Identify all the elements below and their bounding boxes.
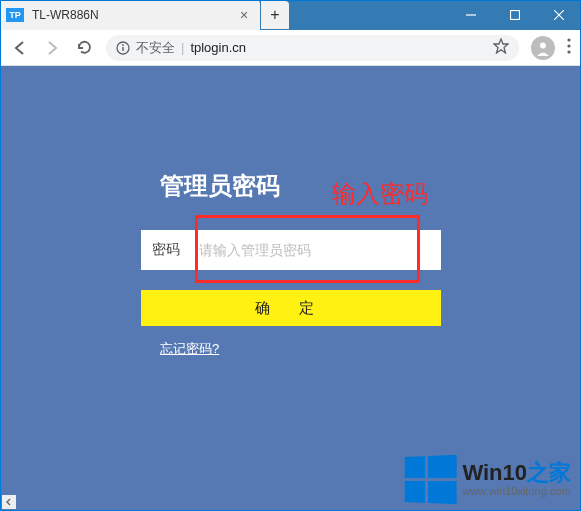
- svg-rect-1: [511, 11, 520, 20]
- maximize-icon: [510, 10, 520, 20]
- login-title: 管理员密码: [160, 170, 280, 202]
- browser-tab[interactable]: TP TL-WR886N ×: [0, 0, 260, 30]
- close-tab-icon[interactable]: ×: [236, 7, 252, 23]
- password-label: 密码: [141, 241, 191, 259]
- insecure-label: 不安全: [136, 39, 175, 57]
- new-tab-button[interactable]: +: [261, 1, 289, 29]
- window-controls: [449, 0, 581, 30]
- address-bar: 不安全 | tplogin.cn: [0, 30, 581, 66]
- password-row: 密码: [141, 230, 441, 270]
- windows-logo-icon: [405, 455, 457, 504]
- watermark: Win10之家 www.win10xitong.com: [399, 454, 575, 505]
- star-icon: [493, 38, 509, 54]
- svg-point-8: [567, 38, 570, 41]
- chevron-left-icon: [5, 498, 13, 506]
- kebab-icon: [567, 38, 571, 54]
- arrow-right-icon: [43, 39, 61, 57]
- svg-point-6: [122, 44, 124, 46]
- forgot-password-link[interactable]: 忘记密码?: [160, 340, 219, 358]
- tab-title: TL-WR886N: [32, 8, 236, 22]
- favicon-icon: TP: [6, 8, 24, 22]
- close-icon: [554, 10, 564, 20]
- watermark-brand: Win10之家: [462, 462, 571, 484]
- scroll-left-button[interactable]: [2, 495, 16, 509]
- watermark-url: www.win10xitong.com: [462, 486, 571, 497]
- login-form: 管理员密码 密码 确 定 忘记密码?: [0, 170, 581, 358]
- svg-point-7: [540, 42, 546, 48]
- password-input[interactable]: [191, 230, 441, 270]
- forward-button[interactable]: [42, 38, 62, 58]
- profile-button[interactable]: [531, 36, 555, 60]
- watermark-text: Win10之家 www.win10xitong.com: [462, 462, 571, 497]
- user-icon: [534, 39, 552, 57]
- maximize-button[interactable]: [493, 0, 537, 30]
- minimize-icon: [466, 10, 476, 20]
- reload-button[interactable]: [74, 38, 94, 58]
- confirm-button[interactable]: 确 定: [141, 290, 441, 326]
- svg-point-9: [567, 44, 570, 47]
- page-content: 管理员密码 密码 确 定 忘记密码? 输入密码 Win10之家 www.win1…: [0, 66, 581, 511]
- arrow-left-icon: [11, 39, 29, 57]
- bookmark-button[interactable]: [493, 38, 509, 57]
- close-window-button[interactable]: [537, 0, 581, 30]
- url-text: tplogin.cn: [190, 40, 246, 55]
- info-icon: [116, 41, 130, 55]
- omnibox-divider: |: [181, 40, 184, 55]
- window-titlebar: TP TL-WR886N × +: [0, 0, 581, 30]
- omnibox[interactable]: 不安全 | tplogin.cn: [106, 35, 519, 61]
- menu-button[interactable]: [567, 38, 571, 58]
- minimize-button[interactable]: [449, 0, 493, 30]
- back-button[interactable]: [10, 38, 30, 58]
- reload-icon: [76, 39, 93, 56]
- svg-point-10: [567, 50, 570, 53]
